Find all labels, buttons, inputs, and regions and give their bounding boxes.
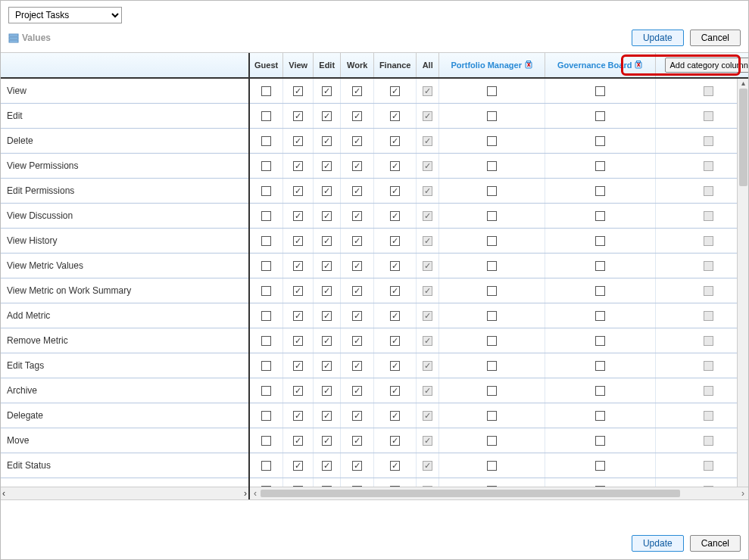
permission-checkbox[interactable] [595,161,605,171]
permission-checkbox[interactable] [293,261,303,271]
permission-checkbox[interactable] [261,436,271,446]
permission-checkbox[interactable] [423,161,432,171]
permission-checkbox[interactable] [595,286,605,296]
permission-checkbox[interactable] [487,111,497,121]
permission-checkbox[interactable] [423,261,432,271]
vertical-scrollbar[interactable]: ▴ [737,79,748,487]
permission-checkbox[interactable] [352,111,362,121]
permission-checkbox[interactable] [423,86,432,96]
permission-checkbox[interactable] [293,236,303,246]
permission-checkbox[interactable] [352,461,362,471]
permission-checkbox[interactable] [261,236,271,246]
permission-checkbox[interactable] [595,336,605,346]
scroll-up-arrow-icon[interactable]: ▴ [738,79,748,87]
permission-checkbox[interactable] [595,111,605,121]
permission-checkbox[interactable] [390,311,400,321]
permission-checkbox[interactable] [293,111,303,121]
permission-checkbox[interactable] [390,236,400,246]
permission-checkbox[interactable] [261,86,271,96]
permission-checkbox[interactable] [322,161,332,171]
permission-checkbox[interactable] [261,311,271,321]
scroll-right-arrow-icon[interactable]: › [738,488,748,499]
permission-checkbox[interactable] [487,461,497,471]
permission-checkbox[interactable] [423,461,432,471]
permission-checkbox[interactable] [423,186,432,196]
permission-checkbox[interactable] [487,236,497,246]
delete-column-icon[interactable] [634,60,643,70]
left-hscrollbar[interactable]: ‹ › [1,487,248,499]
permission-checkbox[interactable] [322,436,332,446]
permission-checkbox[interactable] [423,436,432,446]
permission-checkbox[interactable] [261,411,271,421]
scroll-left-arrow-icon[interactable]: ‹ [2,488,5,499]
scroll-right-arrow-icon[interactable]: › [244,488,247,499]
permission-checkbox[interactable] [322,211,332,221]
permission-checkbox[interactable] [595,311,605,321]
permission-checkbox[interactable] [423,411,432,421]
permission-checkbox[interactable] [293,411,303,421]
permission-checkbox[interactable] [487,161,497,171]
permission-checkbox[interactable] [322,111,332,121]
permission-checkbox[interactable] [595,261,605,271]
permission-checkbox[interactable] [390,211,400,221]
update-button-bottom[interactable]: Update [632,535,684,552]
permission-checkbox[interactable] [352,436,362,446]
permission-checkbox[interactable] [595,386,605,396]
permission-checkbox[interactable] [261,111,271,121]
cancel-button-top[interactable]: Cancel [690,30,741,46]
permission-checkbox[interactable] [293,436,303,446]
permission-checkbox[interactable] [322,136,332,146]
permission-checkbox[interactable] [487,86,497,96]
entity-select[interactable]: Project Tasks [8,7,122,23]
right-hscrollbar[interactable]: ‹ › [250,487,748,499]
permission-checkbox[interactable] [487,261,497,271]
permission-checkbox[interactable] [595,461,605,471]
permission-checkbox[interactable] [261,386,271,396]
permission-checkbox[interactable] [390,186,400,196]
permission-checkbox[interactable] [390,411,400,421]
vertical-scrollbar-thumb[interactable] [739,89,747,186]
permission-checkbox[interactable] [487,211,497,221]
permission-checkbox[interactable] [293,86,303,96]
permission-checkbox[interactable] [352,361,362,371]
permission-checkbox[interactable] [390,436,400,446]
permission-checkbox[interactable] [261,186,271,196]
permission-checkbox[interactable] [352,411,362,421]
permission-checkbox[interactable] [423,111,432,121]
permission-checkbox[interactable] [322,286,332,296]
permission-checkbox[interactable] [322,361,332,371]
permission-checkbox[interactable] [487,311,497,321]
permission-checkbox[interactable] [352,186,362,196]
permission-checkbox[interactable] [595,436,605,446]
permission-checkbox[interactable] [595,361,605,371]
permission-checkbox[interactable] [487,361,497,371]
col-header-portfolio-manager[interactable]: Portfolio Manager [439,53,545,77]
permission-checkbox[interactable] [595,211,605,221]
permission-checkbox[interactable] [293,461,303,471]
permission-checkbox[interactable] [322,261,332,271]
permission-checkbox[interactable] [595,411,605,421]
permission-checkbox[interactable] [261,261,271,271]
permission-checkbox[interactable] [487,336,497,346]
permission-checkbox[interactable] [322,461,332,471]
permission-checkbox[interactable] [352,236,362,246]
permission-checkbox[interactable] [390,286,400,296]
permission-checkbox[interactable] [293,361,303,371]
permission-checkbox[interactable] [293,336,303,346]
permission-checkbox[interactable] [487,411,497,421]
permission-checkbox[interactable] [293,286,303,296]
permission-checkbox[interactable] [390,111,400,121]
permission-checkbox[interactable] [322,311,332,321]
permission-checkbox[interactable] [487,136,497,146]
permission-checkbox[interactable] [390,161,400,171]
permission-checkbox[interactable] [423,311,432,321]
permission-checkbox[interactable] [390,261,400,271]
permission-checkbox[interactable] [261,136,271,146]
permission-checkbox[interactable] [595,136,605,146]
update-button-top[interactable]: Update [632,30,684,46]
permission-checkbox[interactable] [293,386,303,396]
permission-checkbox[interactable] [423,286,432,296]
permission-checkbox[interactable] [322,411,332,421]
permission-checkbox[interactable] [352,286,362,296]
scroll-left-arrow-icon[interactable]: ‹ [250,488,261,499]
